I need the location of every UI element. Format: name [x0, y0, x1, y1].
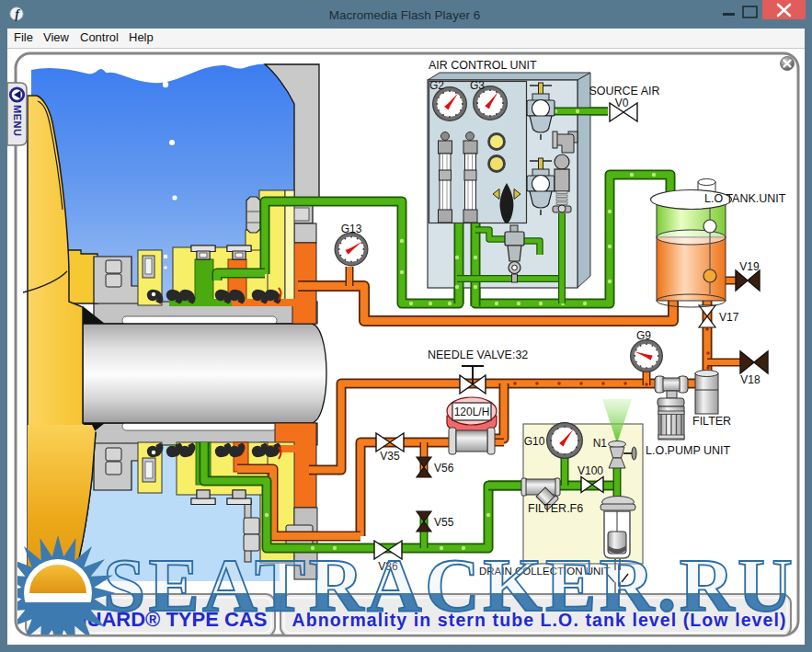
svg-text:NEEDLE VALVE:32: NEEDLE VALVE:32	[428, 349, 528, 361]
svg-text:Macromedia Flash Player 6: Macromedia Flash Player 6	[329, 8, 480, 22]
svg-text:L.O.PUMP UNIT: L.O.PUMP UNIT	[646, 444, 731, 457]
svg-text:120L/H: 120L/H	[454, 406, 490, 418]
svg-text:View: View	[43, 30, 70, 44]
svg-text:AIR CONTROL UNIT: AIR CONTROL UNIT	[429, 59, 537, 72]
svg-text:SOURCE AIR: SOURCE AIR	[589, 85, 659, 97]
svg-text:MENU: MENU	[12, 105, 23, 136]
svg-text:V55: V55	[434, 516, 454, 529]
svg-text:G13: G13	[341, 223, 362, 235]
svg-text:FILTER.F6: FILTER.F6	[528, 502, 583, 515]
svg-text:Help: Help	[129, 30, 154, 44]
svg-text:G3: G3	[470, 79, 485, 92]
svg-text:G2: G2	[429, 79, 444, 92]
svg-text:L.O TANK.UNIT: L.O TANK.UNIT	[704, 192, 786, 205]
svg-text:Control: Control	[80, 30, 119, 44]
svg-text:V18: V18	[740, 373, 761, 386]
svg-text:V56: V56	[434, 462, 454, 475]
svg-text:G9: G9	[636, 329, 651, 342]
svg-text:FILTER: FILTER	[692, 415, 731, 428]
svg-text:N1: N1	[593, 437, 608, 450]
svg-text:V19: V19	[739, 260, 760, 273]
svg-text:V35: V35	[380, 450, 400, 463]
svg-text:V100: V100	[578, 464, 603, 477]
svg-text:SEATRACKER.RU: SEATRACKER.RU	[103, 543, 793, 627]
svg-text:G10: G10	[524, 435, 545, 448]
svg-text:V17: V17	[719, 311, 739, 324]
svg-text:V0: V0	[615, 97, 629, 109]
svg-text:File: File	[14, 30, 33, 44]
